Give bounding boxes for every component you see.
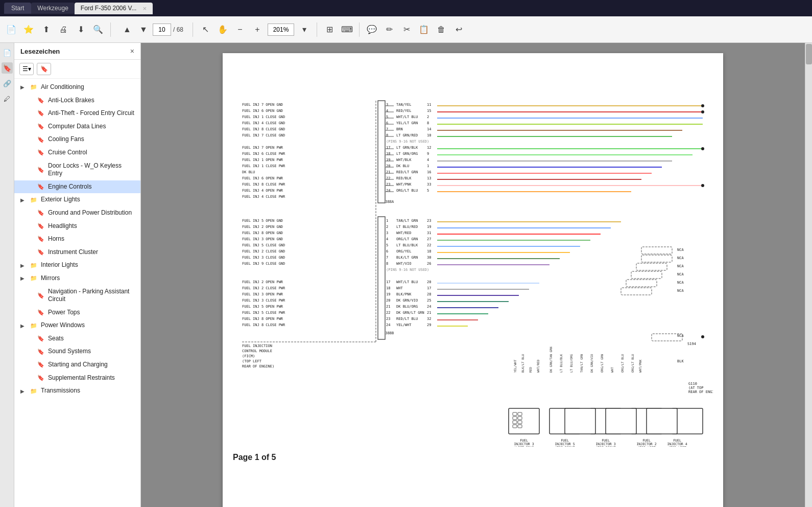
page-up-button[interactable]: ▲: [120, 22, 134, 37]
svg-text:TAN/LT GRN: TAN/LT GRN: [396, 219, 418, 223]
bookmark-icon: 🔖: [37, 210, 45, 216]
highlight-icon[interactable]: ✂: [399, 22, 414, 37]
svg-rect-203: [518, 421, 522, 424]
sidebar-item-ground-power[interactable]: 🔖Ground and Power Distribution: [14, 206, 140, 220]
star-icon[interactable]: ⭐: [21, 22, 36, 37]
sidebar-title: Lesezeichen: [20, 48, 60, 55]
sidebar-item-anti-lock-brakes[interactable]: 🔖Anti-Lock Brakes: [14, 94, 140, 107]
search-icon[interactable]: 🔍: [91, 22, 105, 37]
svg-text:19: 19: [386, 292, 390, 296]
download-icon[interactable]: ⬇: [74, 22, 88, 37]
toolbar-sep-3: [317, 22, 317, 37]
right-scrollbar[interactable]: [805, 43, 812, 507]
svg-text:FUEL INJ 1 CLOSE GND: FUEL INJ 1 CLOSE GND: [242, 115, 285, 119]
sidebar-item-label: Exterior Lights: [41, 196, 135, 204]
scrollbar-thumb[interactable]: [806, 44, 812, 64]
new-icon[interactable]: 📄: [4, 22, 18, 37]
sidebar-item-power-windows[interactable]: ▶📁Power Windows: [14, 319, 140, 332]
filter-bookmark-button[interactable]: 🔖: [37, 63, 51, 75]
panel-icon-bookmarks[interactable]: 🔖: [2, 62, 13, 74]
bookmark-list: ▶📁Air Conditioning🔖Anti-Lock Brakes🔖Anti…: [14, 79, 140, 507]
comment-icon[interactable]: 💬: [365, 22, 379, 37]
chevron-icon: ▶: [20, 388, 27, 394]
svg-rect-198: [513, 412, 517, 416]
svg-point-171: [701, 104, 704, 107]
stamp-icon[interactable]: 📋: [417, 22, 431, 37]
sidebar-close-icon[interactable]: ×: [130, 47, 134, 55]
page-down-button[interactable]: ▼: [136, 22, 151, 37]
delete-icon[interactable]: 🗑: [434, 22, 448, 37]
svg-text:6: 6: [386, 121, 388, 125]
sidebar-item-headlights[interactable]: 🔖Headlights: [14, 220, 140, 233]
sidebar-item-air-conditioning[interactable]: ▶📁Air Conditioning: [14, 81, 140, 94]
svg-text:FUEL INJ 3 OPEN PWR: FUEL INJ 3 OPEN PWR: [242, 292, 283, 296]
svg-text:FUEL INJ 2 OPEN PWR: FUEL INJ 2 OPEN PWR: [242, 280, 283, 284]
sidebar-item-cooling-fans[interactable]: 🔖Cooling Fans: [14, 133, 140, 146]
tab-document[interactable]: Ford F-350 2006 V... ×: [75, 3, 153, 14]
page-number-input[interactable]: 10: [153, 24, 171, 36]
bookmark-icon: 🔖: [37, 123, 45, 130]
bookmark-icon: 📁: [30, 197, 38, 203]
panel-icon-links[interactable]: 🔗: [2, 78, 13, 89]
pencil-icon[interactable]: ✏: [382, 22, 396, 37]
zoom-dropdown-icon[interactable]: ▾: [297, 22, 312, 37]
svg-text:(FICM): (FICM): [242, 354, 255, 358]
tab-start[interactable]: Start: [4, 3, 31, 14]
sidebar-item-navigation-parking[interactable]: 🔖Navigation - Parking Assistant Circuit: [14, 285, 140, 306]
svg-text:(TOP LEFT: (TOP LEFT: [637, 446, 655, 447]
sidebar-item-interior-lights[interactable]: ▶📁Interior Lights: [14, 259, 140, 272]
sidebar-item-horns[interactable]: 🔖Horns: [14, 233, 140, 246]
tab-close-icon[interactable]: ×: [142, 5, 147, 12]
svg-text:9: 9: [427, 152, 429, 156]
sidebar-item-mirrors[interactable]: ▶📁Mirrors: [14, 272, 140, 285]
svg-text:WHT/LT BLU: WHT/LT BLU: [396, 280, 418, 284]
svg-text:LT GRN/RED: LT GRN/RED: [396, 133, 418, 137]
filter-list-button[interactable]: ☰▾: [19, 63, 34, 75]
panel-icon-annotations[interactable]: 🖊: [2, 93, 13, 104]
page-separator: / 68: [173, 26, 183, 33]
sidebar-item-starting-charging[interactable]: 🔖Starting and Charging: [14, 358, 140, 372]
svg-text:33: 33: [427, 182, 431, 187]
zoom-input[interactable]: [268, 24, 294, 36]
svg-text:1: 1: [386, 219, 388, 223]
panel-icon-pages[interactable]: 📄: [2, 47, 13, 58]
tab-werkzeuge[interactable]: Werkzeuge: [31, 3, 74, 14]
undo-icon[interactable]: ↩: [451, 22, 466, 37]
sidebar-item-seats[interactable]: 🔖Seats: [14, 332, 140, 345]
svg-text:NCA: NCA: [677, 289, 684, 293]
upload-icon[interactable]: ⬆: [39, 22, 53, 37]
svg-text:WHT/LT BLU: WHT/LT BLU: [396, 115, 418, 119]
svg-text:19: 19: [427, 225, 431, 229]
hand-tool-icon[interactable]: ✋: [216, 22, 230, 37]
sidebar-item-anti-theft[interactable]: 🔖Anti-Theft - Forced Entry Circuit: [14, 107, 140, 120]
tool-grid-icon[interactable]: ⊞: [322, 22, 337, 37]
sidebar-item-door-locks[interactable]: 🔖Door Locks - W_O Keyless Entry: [14, 159, 140, 180]
zoom-in-button[interactable]: +: [250, 22, 265, 37]
svg-text:FUEL INJ 1 CLOSE PWR: FUEL INJ 1 CLOSE PWR: [242, 164, 285, 168]
svg-text:DK BLU/ORG: DK BLU/ORG: [396, 305, 418, 309]
bookmark-icon: 🔖: [37, 292, 45, 299]
content-area[interactable]: FUEL INJ 7 OPEN GND FUEL INJ 6 OPEN GND …: [141, 43, 805, 507]
svg-text:4: 4: [386, 109, 388, 113]
svg-text:32: 32: [427, 317, 431, 321]
sidebar-item-power-tops[interactable]: 🔖Power Tops: [14, 306, 140, 319]
zoom-out-button[interactable]: −: [233, 22, 247, 37]
tool-keyboard-icon[interactable]: ⌨: [340, 22, 354, 37]
print-icon[interactable]: 🖨: [56, 22, 70, 37]
sidebar-item-transmissions[interactable]: ▶📁Transmissions: [14, 384, 140, 398]
page-label: Page 1 of 5: [233, 453, 713, 462]
sidebar-item-sound-systems[interactable]: 🔖Sound Systems: [14, 345, 140, 358]
sidebar-item-label: Seats: [48, 335, 135, 343]
cursor-tool-icon[interactable]: ↖: [198, 22, 212, 37]
svg-text:12: 12: [427, 146, 431, 150]
sidebar-icons-panel: 📄 🔖 🔗 🖊: [0, 43, 14, 507]
svg-text:LT BLU/BLK: LT BLU/BLK: [559, 354, 563, 373]
sidebar-item-engine-controls[interactable]: 🔖Engine Controls: [14, 180, 140, 194]
sidebar-item-computer-data-lines[interactable]: 🔖Computer Data Lines: [14, 120, 140, 133]
sidebar-item-instrument-cluster[interactable]: 🔖Instrument Cluster: [14, 246, 140, 259]
sidebar-item-supplemental-restraints[interactable]: 🔖Supplemental Restraints: [14, 372, 140, 385]
svg-text:(PINS 9-16 NOT USED): (PINS 9-16 NOT USED): [386, 268, 429, 272]
sidebar-item-exterior-lights[interactable]: ▶📁Exterior Lights: [14, 193, 140, 206]
sidebar-item-cruise-control[interactable]: 🔖Cruise Control: [14, 146, 140, 159]
sidebar-item-label: Ground and Power Distribution: [48, 209, 135, 217]
